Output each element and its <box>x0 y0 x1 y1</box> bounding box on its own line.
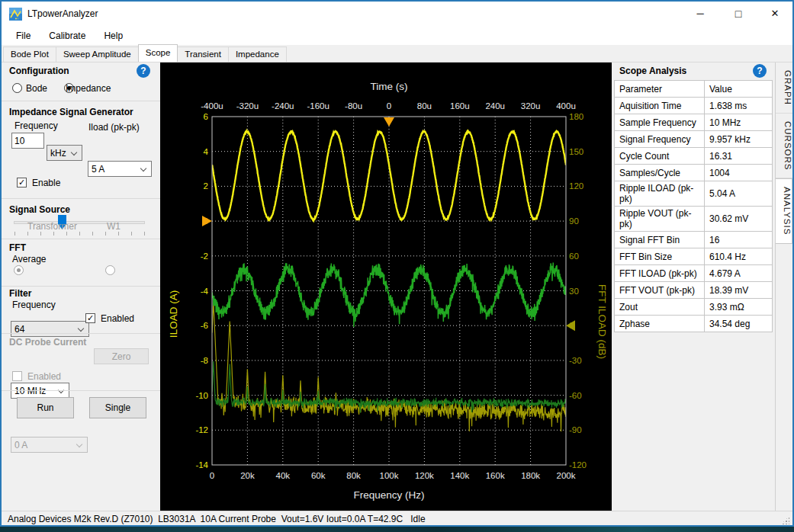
table-row[interactable]: Samples/Cycle1004 <box>615 165 773 181</box>
analysis-title: Scope Analysis <box>619 66 686 76</box>
radio-transformer <box>14 265 24 275</box>
svg-text:140k: 140k <box>450 471 469 480</box>
resize-grip[interactable] <box>781 516 789 524</box>
table-row[interactable]: Sample Frequency10 MHz <box>615 114 773 131</box>
svg-text:100k: 100k <box>380 471 399 480</box>
table-cell: Signal FFT Bin <box>615 232 705 248</box>
tab-strip: Bode Plot Sweep Amplitude Scope Transien… <box>2 45 792 62</box>
app-window: LTpowerAnalyzer ─ □ ✕ File Calibrate Hel… <box>0 0 794 527</box>
svg-text:80u: 80u <box>417 101 432 111</box>
separator <box>2 198 160 199</box>
svg-text:120k: 120k <box>415 471 434 480</box>
tab-scope[interactable]: Scope <box>138 44 178 62</box>
radio-transformer-label: Transformer <box>27 221 77 232</box>
svg-text:-60: -60 <box>569 391 582 400</box>
tab-sweep-amplitude[interactable]: Sweep Amplitude <box>56 46 139 62</box>
table-row[interactable]: Ripple VOUT (pk-pk)30.62 mV <box>615 207 773 232</box>
side-tab-strip: GRAPH CURSORS ANALYSIS <box>775 62 792 511</box>
separator <box>2 333 160 334</box>
average-dropdown[interactable]: 64 <box>11 321 89 337</box>
table-row[interactable]: FFT Bin Size610.4 Hz <box>615 248 773 265</box>
table-cell: 1004 <box>705 165 773 181</box>
svg-text:-2: -2 <box>201 252 208 261</box>
table-cell: 16 <box>705 232 773 248</box>
iload-axis-title: ILOAD (A) <box>168 290 179 338</box>
side-tab-cursors[interactable]: CURSORS <box>776 114 792 179</box>
chevron-down-icon <box>78 325 84 332</box>
iload-dropdown[interactable]: 5 A <box>88 161 152 177</box>
table-cell: 10 MHz <box>705 114 773 131</box>
chevron-down-icon <box>76 441 82 447</box>
svg-text:-400u: -400u <box>201 101 223 111</box>
table-cell: 610.4 Hz <box>705 248 773 265</box>
table-cell: Samples/Cycle <box>615 165 705 181</box>
svg-text:90: 90 <box>569 216 579 226</box>
svg-text:4: 4 <box>204 147 209 156</box>
dc-probe-title: DC Probe Current <box>9 337 86 348</box>
radio-w1-label: W1 <box>107 221 121 232</box>
slider-tick-marks <box>14 232 146 236</box>
app-icon <box>9 8 22 21</box>
table-row[interactable]: Zout3.93 mΩ <box>615 299 773 316</box>
svg-text:40k: 40k <box>276 471 291 480</box>
table-cell: Ripple VOUT (pk-pk) <box>615 207 705 232</box>
svg-text:20k: 20k <box>240 471 255 480</box>
table-cell: Zphase <box>615 316 705 332</box>
svg-text:400u: 400u <box>556 101 576 111</box>
analysis-help-icon[interactable]: ? <box>753 64 767 78</box>
svg-text:180k: 180k <box>521 471 540 480</box>
frequency-unit-dropdown[interactable]: kHz <box>47 145 82 161</box>
enable-label: Enable <box>32 178 60 188</box>
run-button[interactable]: Run <box>17 397 74 418</box>
filter-enabled-label: Enabled <box>101 313 134 324</box>
frequency-input[interactable] <box>11 133 44 149</box>
separator <box>2 286 160 287</box>
dc-probe-value: 0 A <box>14 440 27 450</box>
column-value[interactable]: Value <box>705 81 773 98</box>
status-text: Analog Devices M2k Rev.D (Z7010) LB3031A… <box>2 514 426 524</box>
table-row[interactable]: Signal FFT Bin16 <box>615 232 773 248</box>
menu-file[interactable]: File <box>8 27 39 44</box>
svg-text:60: 60 <box>569 252 579 261</box>
table-cell: 9.957 kHz <box>705 131 773 148</box>
tab-bode-plot[interactable]: Bode Plot <box>3 46 56 62</box>
side-tab-analysis[interactable]: ANALYSIS <box>776 178 792 243</box>
table-row[interactable]: FFT VOUT (pk-pk)18.39 mV <box>615 282 773 299</box>
tab-impedance[interactable]: Impedance <box>228 46 287 62</box>
radio-bode-label: Bode <box>26 83 47 94</box>
configuration-title: Configuration <box>9 66 69 76</box>
svg-text:150: 150 <box>569 147 583 156</box>
maximize-button[interactable]: □ <box>721 2 756 25</box>
table-row[interactable]: Zphase34.54 deg <box>615 316 773 332</box>
signal-source-title: Signal Source <box>9 204 70 215</box>
table-cell: 4.679 A <box>705 265 773 282</box>
table-row[interactable]: Signal Frequency9.957 kHz <box>615 131 773 148</box>
radio-bode[interactable] <box>12 83 22 93</box>
single-button[interactable]: Single <box>89 397 146 418</box>
analysis-panel: Scope Analysis ? Parameter Value Aquisit… <box>612 62 775 511</box>
side-tab-graph[interactable]: GRAPH <box>776 62 792 114</box>
frequency-axis-title: Frequency (Hz) <box>353 489 424 501</box>
table-cell: Sample Frequency <box>615 114 705 131</box>
svg-text:-10: -10 <box>195 391 208 400</box>
column-parameter[interactable]: Parameter <box>615 81 705 98</box>
dc-probe-dropdown: 0 A <box>11 437 88 453</box>
minimize-button[interactable]: ─ <box>683 2 718 25</box>
separator <box>2 101 160 101</box>
close-button[interactable]: ✕ <box>757 2 792 25</box>
menu-help[interactable]: Help <box>95 27 131 44</box>
filter-frequency-label: Frequency <box>12 300 56 310</box>
tab-transient[interactable]: Transient <box>177 46 229 62</box>
table-row[interactable]: FFT ILOAD (pk-pk)4.679 A <box>615 265 773 282</box>
configuration-help-icon[interactable]: ? <box>137 64 150 78</box>
table-row[interactable]: Aquisition Time1.638 ms <box>615 98 773 114</box>
table-row[interactable]: Ripple ILOAD (pk-pk)5.04 A <box>615 181 773 207</box>
svg-text:60k: 60k <box>311 471 326 480</box>
chevron-down-icon <box>140 165 146 171</box>
table-row[interactable]: Cycle Count16.31 <box>615 148 773 165</box>
svg-text:320u: 320u <box>521 101 541 111</box>
svg-text:-12: -12 <box>195 425 208 434</box>
filter-enabled-checkbox[interactable]: ✓ <box>85 313 95 323</box>
enable-checkbox[interactable]: ✓ <box>17 178 27 187</box>
menu-calibrate[interactable]: Calibrate <box>40 27 94 44</box>
